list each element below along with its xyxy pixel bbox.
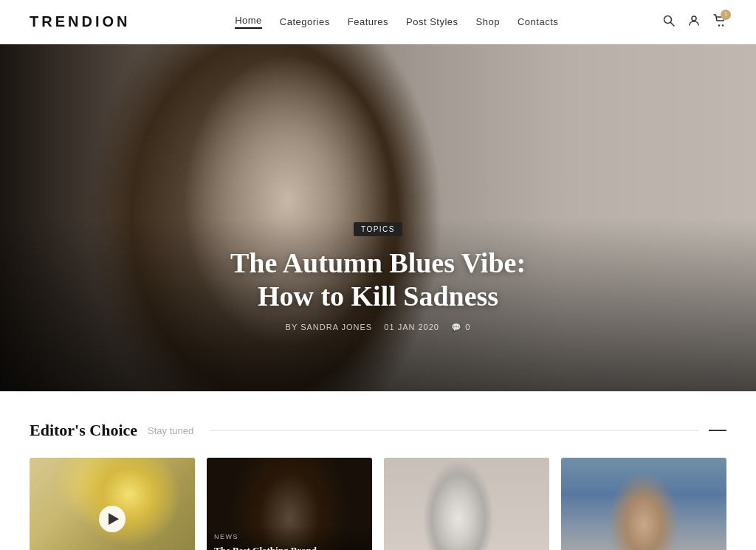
- hero-title[interactable]: The Autumn Blues Vibe:How to Kill Sadnes…: [142, 247, 614, 314]
- card-1-image: [30, 458, 195, 550]
- nav-categories[interactable]: Categories: [280, 16, 330, 27]
- section-dash: [709, 430, 726, 431]
- card-3-image: [384, 458, 549, 550]
- nav-post-styles[interactable]: Post Styles: [406, 16, 458, 27]
- svg-line-1: [670, 22, 674, 26]
- nav-shop[interactable]: Shop: [476, 16, 500, 27]
- cart-badge: 1: [721, 10, 731, 20]
- site-header: TRENDION Home Categories Features Post S…: [0, 0, 756, 44]
- hero-author: By Sandra Jones: [286, 323, 373, 331]
- nav-home[interactable]: Home: [235, 15, 262, 29]
- card-2-overlay: NEWS The Best Clothing Brand Commercial: [207, 526, 372, 550]
- section-subtitle: Stay tuned: [148, 425, 193, 436]
- card-2-category: NEWS: [214, 533, 365, 540]
- site-logo[interactable]: TRENDION: [30, 13, 130, 30]
- cart-icon[interactable]: 1: [713, 14, 726, 30]
- nav-contacts[interactable]: Contacts: [518, 16, 558, 27]
- editors-choice-section: Editor's Choice Stay tuned NEWS Trending…: [0, 391, 756, 550]
- play-icon: [109, 513, 119, 525]
- hero-comments: 💬 0: [451, 323, 470, 331]
- card-2-title: The Best Clothing Brand Commercial: [214, 544, 365, 550]
- svg-point-3: [718, 24, 720, 26]
- play-button[interactable]: [99, 506, 126, 532]
- header-actions: 1: [663, 14, 726, 30]
- hero-content: TOPICS The Autumn Blues Vibe:How to Kill…: [142, 221, 614, 332]
- card-3[interactable]: NEWS New Advertisement Agencies in Europ…: [384, 458, 549, 550]
- svg-point-4: [722, 24, 724, 26]
- card-2-image: NEWS The Best Clothing Brand Commercial: [207, 458, 372, 550]
- search-icon[interactable]: [663, 15, 675, 30]
- hero-date: 01 Jan 2020: [384, 323, 439, 331]
- card-2[interactable]: NEWS The Best Clothing Brand Commercial: [207, 458, 372, 550]
- card-4[interactable]: NEWS Simple Rules of Happy and Healthy L…: [561, 458, 726, 550]
- cards-grid: NEWS Trending Photos on the Internet thi…: [30, 458, 726, 550]
- hero-section: TOPICS The Autumn Blues Vibe:How to Kill…: [0, 44, 756, 391]
- main-nav: Home Categories Features Post Styles Sho…: [235, 15, 558, 29]
- card-4-image: [561, 458, 726, 550]
- card-1[interactable]: NEWS Trending Photos on the Internet thi…: [30, 458, 195, 550]
- user-icon[interactable]: [688, 15, 700, 30]
- svg-point-2: [692, 16, 696, 21]
- hero-meta: By Sandra Jones 01 Jan 2020 💬 0: [142, 323, 614, 332]
- hero-tag[interactable]: TOPICS: [354, 222, 402, 236]
- section-line: [210, 430, 698, 431]
- section-header: Editor's Choice Stay tuned: [30, 421, 726, 440]
- section-title: Editor's Choice: [30, 421, 137, 440]
- nav-features[interactable]: Features: [348, 16, 388, 27]
